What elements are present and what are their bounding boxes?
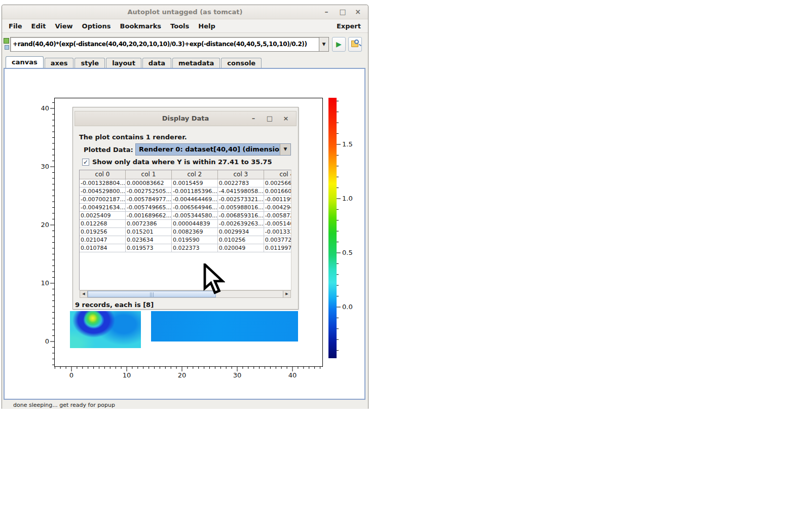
dialog-maximize-icon[interactable]: □ [265, 112, 275, 126]
table-cell[interactable]: -0.004464469... [171, 195, 217, 203]
data-table-viewport[interactable]: col 0col 1col 2col 3col 4 -0.001328804..… [79, 170, 291, 290]
x-axis-tick-label: 20 [172, 371, 192, 379]
table-cell[interactable]: 0.000044839 [171, 219, 217, 227]
close-icon[interactable]: × [353, 5, 363, 19]
table-cell[interactable]: -0.005988016... [217, 203, 264, 211]
table-cell[interactable]: 0.0025660 [264, 179, 291, 187]
table-cell[interactable]: -0.006564946... [171, 203, 217, 211]
table-cell[interactable]: 0.010784 [80, 244, 125, 252]
horizontal-scrollbar[interactable]: ◀ ▶ [80, 290, 291, 298]
scrollbar-thumb[interactable] [88, 291, 216, 297]
table-cell[interactable]: -0.005784977... [125, 195, 171, 203]
menu-bar: FileEditViewOptionsBookmarksToolsHelp Ex… [2, 20, 368, 33]
minimize-icon[interactable]: – [321, 5, 331, 19]
table-col-header[interactable]: col 3 [217, 170, 264, 179]
scrollbar-grip [150, 292, 155, 297]
table-cell[interactable]: 0.0025409 [80, 211, 125, 219]
scroll-left-icon[interactable]: ◀ [80, 291, 88, 297]
table-col-header[interactable]: col 4 [264, 170, 291, 179]
table-cell[interactable]: 0.0022783 [217, 179, 264, 187]
window-titlebar[interactable]: Autoplot untagged (as tomcat) – □ × [2, 5, 368, 19]
table-cell[interactable]: 0.0029934 [217, 227, 264, 236]
table-cell[interactable]: 0.015201 [125, 227, 171, 236]
table-cell[interactable]: 0.022373 [171, 244, 217, 252]
table-cell[interactable]: 0.019256 [80, 227, 125, 236]
table-cell[interactable]: -0.001333864... [264, 227, 291, 236]
table-cell[interactable]: -0.005344580... [171, 211, 217, 219]
plotted-data-value: Renderer 0: dataset[40,40] (dimension... [136, 144, 280, 155]
table-cell[interactable]: -0.002752505... [125, 187, 171, 195]
table-col-header[interactable]: col 1 [125, 170, 171, 179]
menu-edit[interactable]: Edit [27, 20, 51, 32]
table-cell[interactable]: -0.005872606... [264, 211, 291, 219]
tab-canvas[interactable]: canvas [6, 56, 44, 68]
colorbar-tick-label: 1.5 [342, 140, 359, 148]
dialog-close-icon[interactable]: × [281, 112, 291, 126]
table-cell[interactable]: -0.004921634... [80, 203, 125, 211]
records-summary: 9 records, each is [8] [75, 301, 154, 309]
dialog-titlebar[interactable]: Display Data – □ × [75, 111, 297, 126]
go-button[interactable]: ▶ [332, 37, 346, 52]
filter-checkbox[interactable]: ✓ [82, 159, 89, 166]
colorbar-tick-label: 1.0 [342, 195, 359, 203]
table-cell[interactable]: 0.011997 [264, 244, 291, 252]
table-cell[interactable]: -0.004294298... [264, 203, 291, 211]
table-cell[interactable]: -0.005749665... [125, 203, 171, 211]
menu-options[interactable]: Options [78, 20, 116, 32]
menu-tools[interactable]: Tools [166, 20, 194, 32]
table-cell[interactable]: 0.019590 [171, 236, 217, 244]
table-cell[interactable]: 0.020049 [217, 244, 264, 252]
table-cell[interactable]: 0.023634 [125, 236, 171, 244]
table-cell[interactable]: 0.019573 [125, 244, 171, 252]
table-cell[interactable]: 0.0015459 [171, 179, 217, 187]
table-col-header[interactable]: col 0 [80, 170, 125, 179]
uri-input[interactable]: +rand(40,40)*(exp(-distance(40,40,20,20,… [10, 37, 319, 52]
menu-expert[interactable]: Expert [329, 22, 368, 30]
table-cell[interactable]: 0.0016608 [264, 187, 291, 195]
scroll-right-icon[interactable]: ▶ [283, 291, 290, 297]
tab-bar: canvasaxesstylelayoutdatametadataconsole [2, 56, 368, 68]
table-cell[interactable]: -0.004529800... [80, 187, 125, 195]
tab-layout[interactable]: layout [106, 58, 141, 68]
plotted-data-select[interactable]: Renderer 0: dataset[40,40] (dimension...… [135, 143, 291, 156]
menu-view[interactable]: View [50, 20, 77, 32]
table-cell[interactable]: -0.001328804... [80, 179, 125, 187]
maximize-icon[interactable]: □ [338, 5, 348, 19]
tab-axes[interactable]: axes [45, 58, 74, 68]
table-cell[interactable]: -0.001199077... [264, 195, 291, 203]
table-cell[interactable]: -0.007002187... [80, 195, 125, 203]
table-cell[interactable]: 0.000083662 [125, 179, 171, 187]
table-row: 0.0210470.0236340.0195900.0102560.003772… [80, 236, 291, 244]
plotted-data-label: Plotted Data: [84, 146, 133, 154]
table-cell[interactable]: 0.021047 [80, 236, 125, 244]
table-cell[interactable]: -0.006859316... [217, 211, 264, 219]
table-row: -0.004529800...-0.002752505...-0.0011853… [80, 187, 291, 195]
y-axis-tick-label: 0 [29, 337, 49, 346]
table-cell[interactable]: -0.001185396... [171, 187, 217, 195]
table-cell[interactable]: -0.002573321... [217, 195, 264, 203]
uri-dropdown-button[interactable]: ▼ [319, 37, 329, 52]
menu-file[interactable]: File [4, 20, 27, 32]
table-col-header[interactable]: col 2 [171, 170, 217, 179]
tab-style[interactable]: style [75, 58, 105, 68]
table-cell[interactable]: -0.002639263... [217, 219, 264, 227]
menu-bookmarks[interactable]: Bookmarks [116, 20, 166, 32]
display-data-dialog: Display Data – □ × The plot contains 1 r… [72, 107, 299, 310]
table-cell[interactable]: 0.0072386 [125, 219, 171, 227]
table-cell[interactable]: 0.012268 [80, 219, 125, 227]
combo-arrow-button[interactable]: ▼ [280, 144, 290, 155]
table-cell[interactable]: 0.0037721 [264, 236, 291, 244]
tab-data[interactable]: data [142, 58, 171, 68]
inspect-uri-button[interactable] [348, 37, 362, 52]
menu-help[interactable]: Help [194, 20, 219, 32]
table-cell[interactable]: -4.041598058... [217, 187, 264, 195]
table-cell[interactable]: -0.005146240... [264, 219, 291, 227]
plot-canvas[interactable]: 4030201000102030401.51.00.50.0 Display D… [4, 68, 365, 400]
table-cell[interactable]: -0.001689662... [125, 211, 171, 219]
y-axis-tick-label: 40 [29, 104, 49, 112]
tab-metadata[interactable]: metadata [172, 58, 220, 68]
dialog-minimize-icon[interactable]: – [248, 112, 259, 126]
tab-console[interactable]: console [221, 58, 262, 68]
table-cell[interactable]: 0.010256 [217, 236, 264, 244]
table-cell[interactable]: 0.0082369 [171, 227, 217, 236]
